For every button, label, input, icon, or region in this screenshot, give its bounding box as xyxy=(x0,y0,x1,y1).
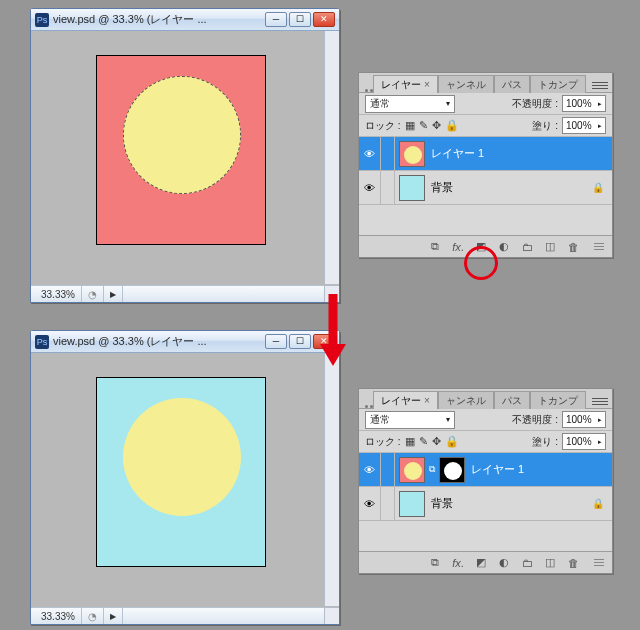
chevron-right-icon: ▸ xyxy=(598,416,602,424)
tab-paths[interactable]: パス xyxy=(494,391,530,409)
link-layers-icon[interactable]: ⧉ xyxy=(427,556,443,570)
new-group-icon[interactable]: 🗀 xyxy=(519,240,535,254)
new-layer-icon[interactable]: ◫ xyxy=(542,556,558,570)
delete-layer-icon[interactable]: 🗑 xyxy=(565,556,581,570)
fill-field[interactable]: 100%▸ xyxy=(562,117,606,134)
layer-row[interactable]: 👁 レイヤー 1 xyxy=(359,137,612,171)
layer-thumbnail[interactable] xyxy=(399,175,425,201)
visibility-toggle[interactable]: 👁 xyxy=(359,171,381,204)
link-column[interactable] xyxy=(381,487,395,520)
layer-style-icon[interactable]: fx. xyxy=(450,240,466,254)
new-group-icon[interactable]: 🗀 xyxy=(519,556,535,570)
blend-mode-select[interactable]: 通常▾ xyxy=(365,95,455,113)
doc-info-chevron[interactable]: ▶ xyxy=(104,286,123,302)
tab-layers[interactable]: レイヤー× xyxy=(373,391,438,409)
lock-position-icon[interactable]: ✥ xyxy=(432,119,441,132)
link-layers-icon[interactable]: ⧉ xyxy=(427,240,443,254)
resize-grip[interactable] xyxy=(594,243,604,251)
scrollbar-vertical[interactable] xyxy=(324,353,339,606)
visibility-toggle[interactable]: 👁 xyxy=(359,487,381,520)
opacity-field[interactable]: 100%▸ xyxy=(562,411,606,428)
doc-info-icon[interactable]: ◔ xyxy=(82,286,104,302)
scrollbar-vertical[interactable] xyxy=(324,31,339,284)
layer-style-icon[interactable]: fx. xyxy=(450,556,466,570)
canvas[interactable] xyxy=(36,35,323,282)
link-column[interactable] xyxy=(381,137,395,170)
window-title: view.psd @ 33.3% (レイヤー ... xyxy=(53,334,261,349)
tab-channels[interactable]: ャンネル xyxy=(438,391,494,409)
selection-marquee xyxy=(123,76,241,194)
opacity-field[interactable]: 100%▸ xyxy=(562,95,606,112)
adjustment-layer-icon[interactable]: ◐ xyxy=(496,240,512,254)
zoom-level[interactable]: 33.33% xyxy=(35,608,82,624)
layer-row[interactable]: 👁 背景 🔒 xyxy=(359,487,612,521)
layers-panel-after: レイヤー× ャンネル パス トカンプ 通常▾ 不透明度 : 100%▸ ロック … xyxy=(358,388,613,574)
maximize-button[interactable]: ☐ xyxy=(289,12,311,27)
titlebar[interactable]: Ps view.psd @ 33.3% (レイヤー ... ─ ☐ ✕ xyxy=(31,331,339,353)
lock-transparency-icon[interactable]: ▦ xyxy=(405,119,415,132)
tab-paths[interactable]: パス xyxy=(494,75,530,93)
blend-mode-value: 通常 xyxy=(370,413,390,427)
panel-menu-icon[interactable] xyxy=(592,394,608,408)
close-icon[interactable]: × xyxy=(424,79,430,90)
new-layer-icon[interactable]: ◫ xyxy=(542,240,558,254)
visibility-toggle[interactable]: 👁 xyxy=(359,453,381,486)
link-column[interactable] xyxy=(381,171,395,204)
maximize-button[interactable]: ☐ xyxy=(289,334,311,349)
layer-thumbnail[interactable] xyxy=(399,457,425,483)
zoom-level[interactable]: 33.33% xyxy=(35,286,82,302)
chevron-right-icon: ▸ xyxy=(598,122,602,130)
scroll-corner xyxy=(324,607,339,624)
lock-image-icon[interactable]: ✎ xyxy=(419,435,428,448)
layer-thumbnail[interactable] xyxy=(399,141,425,167)
layer-thumbnail[interactable] xyxy=(399,491,425,517)
tab-layers[interactable]: レイヤー× xyxy=(373,75,438,93)
layer-list: 👁 レイヤー 1 👁 背景 🔒 xyxy=(359,137,612,235)
layer-name[interactable]: 背景 xyxy=(429,496,453,511)
eye-icon: 👁 xyxy=(364,464,375,476)
tab-layer-comps[interactable]: トカンプ xyxy=(530,75,586,93)
lock-image-icon[interactable]: ✎ xyxy=(419,119,428,132)
visibility-toggle[interactable]: 👁 xyxy=(359,137,381,170)
panel-collapse-handle[interactable] xyxy=(365,405,373,408)
add-mask-icon[interactable]: ◩ xyxy=(473,556,489,570)
chevron-right-icon: ▸ xyxy=(598,438,602,446)
layer-row[interactable]: 👁 背景 🔒 xyxy=(359,171,612,205)
resize-grip[interactable] xyxy=(594,559,604,567)
panel-menu-icon[interactable] xyxy=(592,78,608,92)
layer-name[interactable]: 背景 xyxy=(429,180,453,195)
link-column[interactable] xyxy=(381,453,395,486)
mask-link-icon[interactable]: ⧉ xyxy=(429,464,435,475)
tab-label: トカンプ xyxy=(538,395,578,406)
blend-mode-select[interactable]: 通常▾ xyxy=(365,411,455,429)
close-button[interactable]: ✕ xyxy=(313,12,335,27)
close-icon[interactable]: × xyxy=(424,395,430,406)
panel-tabs: レイヤー× ャンネル パス トカンプ xyxy=(359,73,612,93)
tab-layer-comps[interactable]: トカンプ xyxy=(530,391,586,409)
layer-mask-thumbnail[interactable] xyxy=(439,457,465,483)
layer-row[interactable]: 👁 ⧉ レイヤー 1 xyxy=(359,453,612,487)
panel-collapse-handle[interactable] xyxy=(365,89,373,92)
lock-transparency-icon[interactable]: ▦ xyxy=(405,435,415,448)
tab-channels[interactable]: ャンネル xyxy=(438,75,494,93)
layer-name[interactable]: レイヤー 1 xyxy=(469,462,524,477)
lock-fill-row: ロック : ▦ ✎ ✥ 🔒 塗り : 100%▸ xyxy=(359,115,612,137)
canvas[interactable] xyxy=(36,357,323,604)
fill-value: 100% xyxy=(566,436,592,447)
lock-position-icon[interactable]: ✥ xyxy=(432,435,441,448)
layer-name[interactable]: レイヤー 1 xyxy=(429,146,484,161)
adjustment-layer-icon[interactable]: ◐ xyxy=(496,556,512,570)
fill-field[interactable]: 100%▸ xyxy=(562,433,606,450)
minimize-button[interactable]: ─ xyxy=(265,334,287,349)
titlebar[interactable]: Ps view.psd @ 33.3% (レイヤー ... ─ ☐ ✕ xyxy=(31,9,339,31)
chevron-down-icon: ▾ xyxy=(446,415,450,424)
tab-label: レイヤー xyxy=(381,395,421,406)
doc-info-icon[interactable]: ◔ xyxy=(82,608,104,624)
delete-layer-icon[interactable]: 🗑 xyxy=(565,240,581,254)
opacity-label: 不透明度 : xyxy=(512,413,558,427)
doc-info-chevron[interactable]: ▶ xyxy=(104,608,123,624)
lock-all-icon[interactable]: 🔒 xyxy=(445,435,459,448)
minimize-button[interactable]: ─ xyxy=(265,12,287,27)
lock-all-icon[interactable]: 🔒 xyxy=(445,119,459,132)
add-mask-icon[interactable]: ◩ xyxy=(473,240,489,254)
